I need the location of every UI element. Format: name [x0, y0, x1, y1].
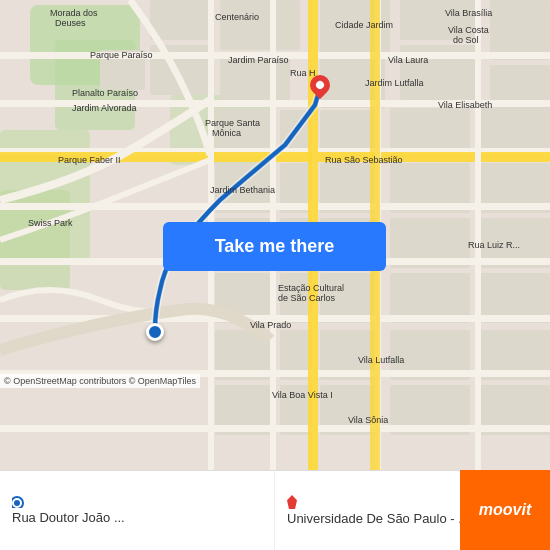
map-attribution: © OpenStreetMap contributors © OpenMapTi… [0, 374, 200, 388]
take-me-there-button[interactable]: Take me there [163, 222, 386, 271]
moovit-logo: moovit [460, 470, 550, 550]
svg-rect-12 [220, 58, 290, 103]
svg-rect-9 [400, 0, 480, 40]
bottom-bar: Rua Doutor João ... Universidade De São … [0, 470, 550, 550]
svg-rect-60 [475, 0, 481, 470]
dest-label [287, 495, 301, 509]
moovit-label: moovit [479, 501, 531, 519]
dest-value: Universidade De São Paulo - ... [287, 511, 469, 526]
map-container: Morada dos Deuses Centenário Cidade Jard… [0, 0, 550, 470]
origin-cell: Rua Doutor João ... [0, 471, 275, 550]
svg-rect-10 [490, 0, 550, 60]
origin-pin [146, 323, 164, 341]
origin-value: Rua Doutor João ... [12, 510, 125, 525]
origin-label [12, 496, 26, 508]
svg-rect-6 [150, 0, 210, 40]
svg-rect-7 [220, 0, 300, 50]
